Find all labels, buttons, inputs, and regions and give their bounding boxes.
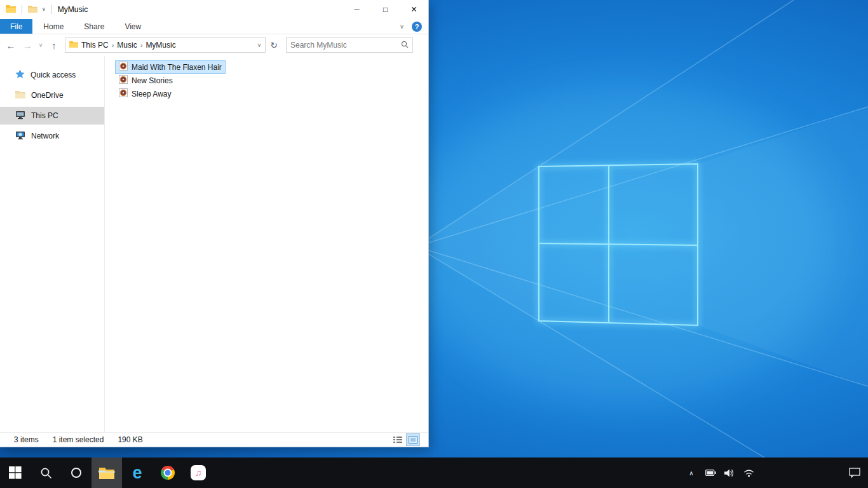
explorer-app-icon[interactable] — [6, 4, 16, 15]
address-folder-icon — [69, 41, 78, 50]
address-bar[interactable]: This PC › Music › MyMusic ∨ — [65, 37, 266, 53]
maximize-button[interactable]: □ — [371, 0, 400, 19]
sidebar-item-label: Quick access — [31, 71, 76, 79]
expand-ribbon-chevron-icon[interactable]: ∨ — [400, 23, 404, 30]
search-box — [286, 37, 413, 53]
recent-locations-chevron-icon[interactable]: ∨ — [36, 37, 46, 53]
sidebar-item-label: Network — [31, 132, 59, 140]
tab-home[interactable]: Home — [34, 19, 73, 34]
tab-share[interactable]: Share — [74, 19, 114, 34]
search-input[interactable] — [290, 41, 401, 50]
customize-qat-chevron-icon[interactable]: ∨ — [42, 7, 46, 12]
sidebar-item-label: OneDrive — [31, 91, 64, 100]
edge-icon: e — [132, 464, 142, 482]
network-icon — [15, 131, 25, 142]
breadcrumb-music[interactable]: Music — [114, 41, 140, 50]
taskbar-file-explorer-button[interactable] — [92, 458, 122, 488]
up-button[interactable]: ↑ — [46, 37, 62, 53]
window-controls: ─ □ × — [342, 0, 428, 19]
action-center-icon — [849, 468, 860, 478]
sidebar-item-this-pc[interactable]: This PC — [0, 107, 104, 125]
taskbar-edge-button[interactable]: e — [122, 458, 153, 488]
desktop: ∨ MyMusic ─ □ × File Home Share View ∨ ?… — [0, 0, 868, 488]
battery-icon[interactable] — [703, 460, 718, 485]
back-button[interactable]: ← — [3, 37, 19, 53]
action-center-button[interactable] — [841, 458, 868, 488]
wifi-icon[interactable] — [741, 460, 756, 485]
help-button[interactable]: ? — [412, 22, 422, 32]
cortana-button[interactable] — [61, 458, 92, 488]
taskbar-itunes-button[interactable]: ♫ — [183, 458, 214, 488]
quick-access-star-icon — [15, 69, 25, 81]
file-name: Maid With The Flaxen Hair — [132, 63, 222, 72]
itunes-icon: ♫ — [191, 465, 206, 480]
navigation-pane: Quick access OneDrive This PC — [0, 56, 105, 432]
forward-button[interactable]: → — [19, 37, 36, 53]
new-folder-button[interactable] — [28, 5, 37, 15]
windows-start-icon — [9, 466, 22, 479]
sidebar-item-label: This PC — [31, 111, 58, 120]
sidebar-item-onedrive[interactable]: OneDrive — [0, 86, 104, 104]
details-view-button[interactable] — [391, 434, 404, 445]
taskbar-chrome-button[interactable] — [153, 458, 183, 488]
cortana-icon — [71, 468, 81, 478]
quick-access-toolbar: ∨ — [0, 4, 53, 15]
refresh-button[interactable]: ↻ — [266, 37, 282, 53]
file-name: New Stories — [132, 76, 173, 85]
status-selection: 1 item selected — [53, 435, 104, 444]
tab-view[interactable]: View — [115, 19, 151, 34]
chrome-icon — [161, 466, 175, 480]
separator — [51, 5, 52, 14]
window-title: MyMusic — [58, 5, 88, 14]
start-button[interactable] — [0, 458, 31, 488]
ribbon-tab-strip: File Home Share View ∨ ? — [0, 19, 428, 34]
system-tray: ∧ — [684, 458, 868, 488]
music-note-icon: ♫ — [195, 468, 202, 477]
minimize-button[interactable]: ─ — [342, 0, 371, 19]
title-bar[interactable]: ∨ MyMusic ─ □ × — [0, 0, 428, 19]
file-explorer-icon — [98, 466, 115, 480]
file-name: Sleep Away — [132, 90, 172, 98]
this-pc-monitor-icon — [15, 111, 25, 121]
status-size: 190 KB — [118, 435, 142, 444]
volume-icon[interactable] — [722, 460, 737, 485]
sidebar-item-quick-access[interactable]: Quick access — [0, 66, 104, 84]
windows-logo-wallpaper — [539, 164, 698, 325]
file-row-new-stories[interactable]: New Stories — [115, 74, 177, 87]
large-icons-view-button[interactable] — [407, 434, 419, 445]
file-list: Maid With The Flaxen Hair New Stories Sl… — [105, 56, 428, 432]
taskbar-search-button[interactable] — [31, 458, 61, 488]
file-row-maid-with-the-flaxen-hair[interactable]: Maid With The Flaxen Hair — [115, 60, 226, 74]
address-dropdown-chevron-icon[interactable]: ∨ — [254, 42, 265, 48]
file-row-sleep-away[interactable]: Sleep Away — [115, 87, 175, 100]
onedrive-folder-icon — [15, 90, 25, 100]
status-bar: 3 items 1 item selected 190 KB — [0, 432, 428, 447]
tray-expand-chevron-icon[interactable]: ∧ — [684, 460, 699, 485]
search-icon — [40, 467, 52, 479]
breadcrumb-this-pc[interactable]: This PC — [78, 41, 112, 50]
music-file-icon — [119, 62, 128, 72]
breadcrumb-mymusic[interactable]: MyMusic — [142, 41, 179, 50]
close-button[interactable]: × — [400, 0, 428, 19]
separator — [22, 5, 22, 14]
search-icon — [401, 41, 409, 50]
sidebar-item-network[interactable]: Network — [0, 127, 104, 145]
music-file-icon — [119, 88, 128, 99]
music-file-icon — [119, 75, 128, 86]
address-bar-row: ← → ∨ ↑ This PC › Music › MyMusic ∨ ↻ — [0, 34, 428, 56]
status-item-count: 3 items — [14, 435, 39, 444]
file-explorer-window: ∨ MyMusic ─ □ × File Home Share View ∨ ?… — [0, 0, 428, 447]
tab-file[interactable]: File — [0, 19, 32, 34]
taskbar: e ♫ ∧ — [0, 458, 868, 488]
